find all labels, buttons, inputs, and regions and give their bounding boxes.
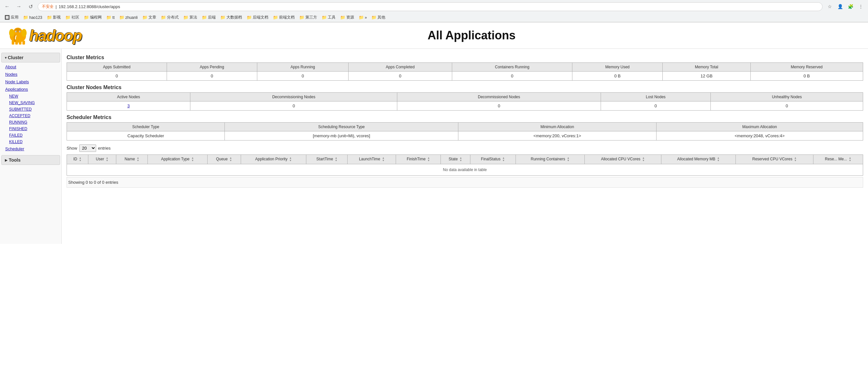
bookmark-label: hao123 — [29, 15, 42, 20]
app-col-name[interactable]: Name ▲▼ — [116, 155, 148, 164]
app-col-queue[interactable]: Queue ▲▼ — [207, 155, 241, 164]
sidebar-item-node-labels[interactable]: Node Labels — [0, 78, 61, 86]
bookmark-item[interactable]: 📁编程网 — [82, 13, 104, 21]
sidebar-item-scheduler[interactable]: Scheduler — [0, 145, 61, 152]
browser-toolbar: ← → ↺ 不安全 | 192.168.2.112:8088/cluster/a… — [0, 0, 868, 13]
show-label: Show — [67, 146, 77, 150]
col-scheduling-resource: Scheduling Resource Type — [225, 122, 458, 131]
bookmark-item[interactable]: 📁第三方 — [297, 13, 319, 21]
bookmark-item[interactable]: 📁其他 — [369, 13, 387, 21]
bookmark-item[interactable]: 📁社区 — [63, 13, 81, 21]
app-col-running-containers[interactable]: Running Containers ▲▼ — [516, 155, 584, 164]
hadoop-logo: hadoop — [6, 26, 82, 45]
col-min-allocation: Minimum Allocation — [458, 122, 656, 131]
hadoop-logo-text: hadoop — [29, 27, 82, 45]
app-col-finishtime[interactable]: FinishTime ▲▼ — [396, 155, 441, 164]
bookmark-item[interactable]: 📁tt — [104, 14, 117, 21]
app-col-reserved-mem[interactable]: Rese... Me... ▲▼ — [813, 155, 863, 164]
sort-arrows-queue: ▲▼ — [229, 157, 232, 162]
app-col-user[interactable]: User ▲▼ — [88, 155, 116, 164]
val-apps-running: 0 — [257, 72, 348, 81]
address-separator: | — [56, 4, 57, 9]
showing-text: Showing 0 to 0 of 0 entries — [67, 177, 863, 188]
bookmark-label: » — [365, 15, 367, 20]
sort-arrows-running-containers: ▲▼ — [567, 157, 569, 162]
folder-icon: 📁 — [273, 15, 278, 20]
bookmark-item[interactable]: 📁后端 — [200, 13, 218, 21]
app-col-launchtime[interactable]: LaunchTime ▲▼ — [348, 155, 396, 164]
sidebar-item-finished[interactable]: FINISHED — [0, 126, 61, 132]
sidebar-item-running[interactable]: RUNNING — [0, 119, 61, 126]
app-col-starttime[interactable]: StartTime ▲▼ — [306, 155, 348, 164]
bookmark-item[interactable]: 📁算法 — [181, 13, 199, 21]
app-col-finalstatus[interactable]: FinalStatus ▲▼ — [470, 155, 516, 164]
sidebar-item-submitted[interactable]: SUBMITTED — [0, 106, 61, 113]
back-button[interactable]: ← — [3, 2, 12, 11]
app-col-state[interactable]: State ▲▼ — [440, 155, 470, 164]
sidebar-cluster-header[interactable]: ▾ Cluster — [1, 53, 60, 62]
entries-select[interactable]: 10 20 50 100 — [79, 144, 96, 152]
bookmark-item[interactable]: 🔲应用 — [3, 13, 21, 21]
col-max-allocation: Maximum Allocation — [656, 122, 863, 131]
sidebar-item-new-saving[interactable]: NEW_SAVING — [0, 100, 61, 106]
sidebar-item-killed[interactable]: KILLED — [0, 139, 61, 145]
extension-button[interactable]: 🧩 — [846, 2, 855, 11]
sidebar-item-accepted[interactable]: ACCEPTED — [0, 113, 61, 119]
folder-icon: 📁 — [142, 15, 148, 20]
app-col-id[interactable]: ID ▲▼ — [67, 155, 88, 164]
col-lost-nodes: Lost Nodes — [601, 93, 711, 102]
sidebar-item-about[interactable]: About — [0, 63, 61, 71]
bookmark-item[interactable]: 📁资源 — [338, 13, 356, 21]
col-memory-total: Memory Total — [663, 63, 750, 72]
bookmark-item[interactable]: 📁后端文档 — [245, 13, 270, 21]
col-memory-used: Memory Used — [572, 63, 662, 72]
bookmark-label: 文章 — [149, 15, 156, 20]
no-data-message: No data available in table — [67, 164, 863, 176]
sidebar-item-new[interactable]: NEW — [0, 93, 61, 100]
bookmark-item[interactable]: 📁文章 — [140, 13, 158, 21]
folder-icon: 📁 — [106, 15, 112, 20]
svg-point-7 — [16, 31, 16, 32]
bookmark-item[interactable]: 📁分布式 — [159, 13, 181, 21]
val-lost-nodes: 0 — [601, 102, 711, 111]
bookmark-item[interactable]: 📁hao123 — [21, 14, 44, 21]
bookmark-item[interactable]: 📁前端文档 — [271, 13, 297, 21]
val-active-nodes[interactable]: 3 — [67, 102, 190, 111]
reload-button[interactable]: ↺ — [26, 2, 35, 11]
forward-button[interactable]: → — [14, 2, 23, 11]
val-apps-submitted: 0 — [67, 72, 167, 81]
folder-icon: 📁 — [84, 15, 89, 20]
bookmark-star-button[interactable]: ☆ — [825, 2, 834, 11]
tools-arrow-icon: ▶ — [5, 158, 7, 162]
cluster-arrow-icon: ▾ — [5, 56, 6, 59]
folder-icon: 📁 — [299, 15, 304, 20]
sidebar-tools-header[interactable]: ▶ Tools — [1, 155, 60, 165]
folder-icon: 📁 — [371, 15, 376, 20]
profile-button[interactable]: 👤 — [836, 2, 845, 11]
address-text: 192.168.2.112:8088/cluster/apps — [59, 4, 818, 9]
app-col-type[interactable]: Application Type ▲▼ — [148, 155, 207, 164]
col-scheduler-type: Scheduler Type — [67, 122, 225, 131]
bookmark-item[interactable]: 📁» — [357, 14, 369, 21]
svg-point-8 — [20, 31, 20, 32]
app-col-allocated-cpu[interactable]: Allocated CPU VCores ▲▼ — [584, 155, 661, 164]
app-col-reserved-cpu[interactable]: Reserved CPU VCores ▲▼ — [736, 155, 813, 164]
address-bar[interactable]: 不安全 | 192.168.2.112:8088/cluster/apps — [38, 2, 823, 11]
bookmark-item[interactable]: 📁大数据档 — [218, 13, 244, 21]
col-active-nodes: Active Nodes — [67, 93, 190, 102]
bookmark-label: 前端文档 — [279, 15, 294, 20]
app-col-allocated-memory[interactable]: Allocated Memory MB ▲▼ — [661, 155, 736, 164]
sort-arrows-priority: ▲▼ — [289, 157, 292, 162]
sidebar-item-applications[interactable]: Applications — [0, 86, 61, 93]
app-col-priority[interactable]: Application Priority ▲▼ — [241, 155, 306, 164]
sort-arrows-name: ▲▼ — [137, 157, 140, 162]
cluster-metrics-title: Cluster Metrics — [67, 55, 863, 60]
bookmark-item[interactable]: 📁工具 — [320, 13, 338, 21]
bookmark-item[interactable]: 📁影视 — [45, 13, 63, 21]
cluster-metrics-table: Apps Submitted Apps Pending Apps Running… — [67, 62, 863, 81]
menu-button[interactable]: ⋮ — [856, 2, 865, 11]
sidebar-item-failed[interactable]: FAILED — [0, 132, 61, 139]
bookmark-label: 第三方 — [305, 15, 317, 20]
sidebar-item-nodes[interactable]: Nodes — [0, 71, 61, 78]
bookmark-item[interactable]: 📁zhuanli — [117, 14, 140, 21]
